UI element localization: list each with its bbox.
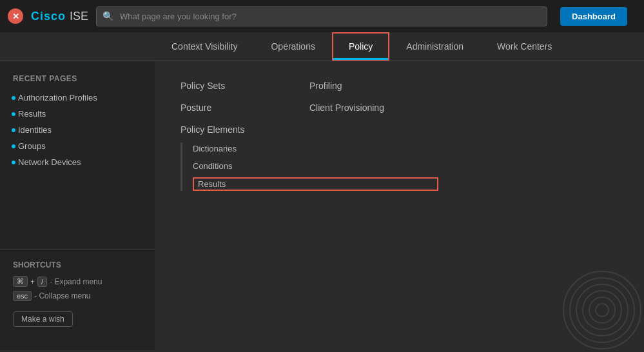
close-button[interactable]: ✕ bbox=[8, 8, 23, 24]
recent-pages-title: Recent Pages bbox=[0, 74, 155, 90]
key-slash: / bbox=[37, 277, 47, 287]
svg-point-5 bbox=[596, 304, 609, 317]
fingerprint-decoration bbox=[560, 268, 644, 352]
policy-elements-section: Policy Elements Dictionaries Conditions … bbox=[181, 124, 438, 191]
content-grid: Policy Sets Profiling Posture Client Pro… bbox=[181, 81, 618, 191]
collapse-menu-label: - Collapse menu bbox=[34, 291, 90, 300]
key-cmd: ⌘ bbox=[13, 276, 28, 287]
sub-items-list: Dictionaries Conditions Results bbox=[181, 142, 438, 191]
logo-area: Cisco ISE bbox=[31, 10, 88, 23]
search-input[interactable] bbox=[96, 6, 547, 26]
profiling-item[interactable]: Profiling bbox=[309, 81, 438, 91]
sub-item-results[interactable]: Results bbox=[193, 177, 438, 191]
posture-item[interactable]: Posture bbox=[181, 103, 309, 113]
shortcut-expand: ⌘ + / - Expand menu bbox=[13, 276, 142, 287]
nav-tabs: Context Visibility Operations Policy Adm… bbox=[0, 32, 644, 61]
top-bar: ✕ Cisco ISE 🔍 Dashboard bbox=[0, 0, 644, 32]
sidebar-item-groups[interactable]: Groups bbox=[0, 138, 155, 154]
expand-menu-label: - Expand menu bbox=[50, 277, 102, 286]
dashboard-button[interactable]: Dashboard bbox=[560, 7, 627, 26]
search-icon: 🔍 bbox=[102, 11, 113, 21]
sub-item-dictionaries[interactable]: Dictionaries bbox=[193, 142, 438, 155]
make-wish-button[interactable]: Make a wish bbox=[13, 311, 73, 327]
key-esc: esc bbox=[13, 291, 32, 301]
sidebar-item-network-devices[interactable]: Network Devices bbox=[0, 154, 155, 170]
cisco-logo: Cisco bbox=[31, 10, 66, 23]
svg-point-1 bbox=[570, 278, 634, 342]
main-layout: Recent Pages Authorization Profiles Resu… bbox=[0, 61, 644, 350]
svg-point-2 bbox=[576, 284, 628, 336]
ise-logo: ISE bbox=[70, 10, 88, 23]
svg-point-0 bbox=[563, 271, 641, 349]
search-bar: 🔍 bbox=[96, 6, 547, 26]
close-icon: ✕ bbox=[12, 12, 19, 21]
policy-elements-title: Policy Elements bbox=[181, 124, 438, 135]
sub-item-conditions[interactable]: Conditions bbox=[193, 160, 438, 172]
sidebar-item-authorization-profiles[interactable]: Authorization Profiles bbox=[0, 90, 155, 106]
policy-sets-item[interactable]: Policy Sets bbox=[181, 81, 309, 91]
key-plus: + bbox=[30, 277, 35, 286]
sidebar-item-identities[interactable]: Identities bbox=[0, 122, 155, 138]
sidebar: Recent Pages Authorization Profiles Resu… bbox=[0, 61, 155, 350]
tab-policy[interactable]: Policy bbox=[332, 32, 389, 61]
tab-context-visibility[interactable]: Context Visibility bbox=[155, 32, 254, 61]
client-provisioning-item[interactable]: Client Provisioning bbox=[309, 103, 438, 113]
tab-work-centers[interactable]: Work Centers bbox=[480, 32, 569, 61]
shortcuts-title: Shortcuts bbox=[13, 260, 142, 269]
svg-point-4 bbox=[589, 297, 615, 323]
shortcuts-section: Shortcuts ⌘ + / - Expand menu esc - Coll… bbox=[0, 249, 155, 337]
shortcut-collapse: esc - Collapse menu bbox=[13, 291, 142, 301]
tab-operations[interactable]: Operations bbox=[254, 32, 331, 61]
tab-administration[interactable]: Administration bbox=[389, 32, 480, 61]
sidebar-item-results[interactable]: Results bbox=[0, 106, 155, 122]
